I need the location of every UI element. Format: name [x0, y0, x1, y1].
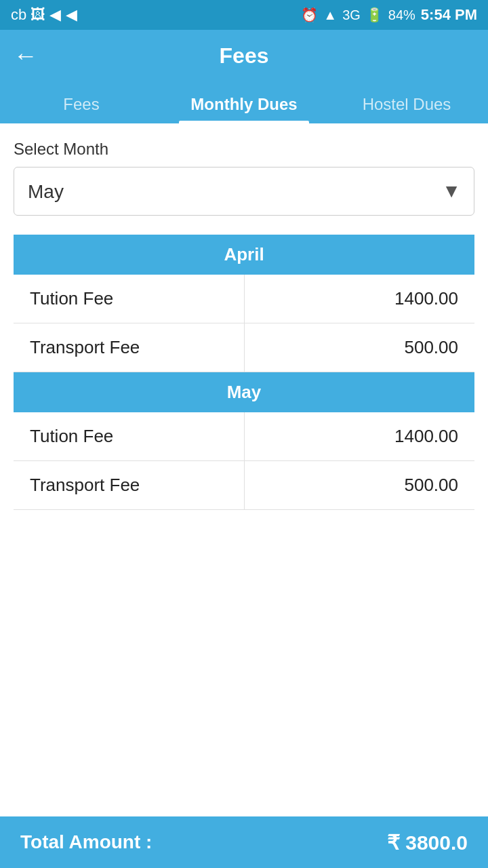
section-header-may: May: [14, 372, 474, 413]
status-bar-right: ⏰ ▲ 3G 🔋 84% 5:54 PM: [301, 6, 477, 24]
battery-label: 84%: [388, 7, 415, 23]
network-label: 3G: [342, 7, 361, 23]
app-icons: cb 🖼 ◀ ◀: [11, 6, 77, 24]
fee-label: Transport Fee: [14, 461, 244, 510]
fee-label: Transport Fee: [14, 323, 244, 372]
select-month-label: Select Month: [14, 140, 474, 159]
table-row: Tution Fee 1400.00: [14, 412, 474, 461]
back-button[interactable]: ←: [14, 43, 38, 68]
month-select[interactable]: January February March April May June Ju…: [14, 167, 474, 216]
fee-amount: 500.00: [244, 461, 474, 510]
battery-icon: 🔋: [366, 7, 383, 23]
alarm-icon: ⏰: [301, 7, 318, 23]
tab-hostel-dues[interactable]: Hostel Dues: [325, 95, 488, 123]
total-amount: ₹ 3800.0: [387, 831, 468, 854]
section-header-april: April: [14, 235, 474, 275]
month-select-wrapper: January February March April May June Ju…: [14, 167, 474, 216]
main-content: Select Month January February March Apri…: [0, 123, 488, 868]
fee-label: Tution Fee: [14, 275, 244, 323]
fee-amount: 1400.00: [244, 275, 474, 323]
fee-table: April Tution Fee 1400.00 Transport Fee 5…: [14, 235, 474, 510]
tab-monthly-dues[interactable]: Monthly Dues: [163, 95, 325, 123]
footer-bar: Total Amount : ₹ 3800.0: [0, 816, 488, 868]
status-bar-left: cb 🖼 ◀ ◀: [11, 6, 77, 24]
status-bar: cb 🖼 ◀ ◀ ⏰ ▲ 3G 🔋 84% 5:54 PM: [0, 0, 488, 30]
table-row: Tution Fee 1400.00: [14, 275, 474, 323]
status-time: 5:54 PM: [421, 6, 477, 24]
fee-amount: 500.00: [244, 323, 474, 372]
tab-fees[interactable]: Fees: [0, 95, 163, 123]
fee-label: Tution Fee: [14, 412, 244, 461]
fee-amount: 1400.00: [244, 412, 474, 461]
tab-bar: Fees Monthly Dues Hostel Dues: [0, 81, 488, 123]
table-row: Transport Fee 500.00: [14, 461, 474, 510]
wifi-icon: ▲: [323, 7, 337, 23]
page-title: Fees: [220, 43, 269, 68]
table-row: Transport Fee 500.00: [14, 323, 474, 372]
total-label: Total Amount :: [20, 831, 152, 853]
app-header: ← Fees: [0, 30, 488, 81]
